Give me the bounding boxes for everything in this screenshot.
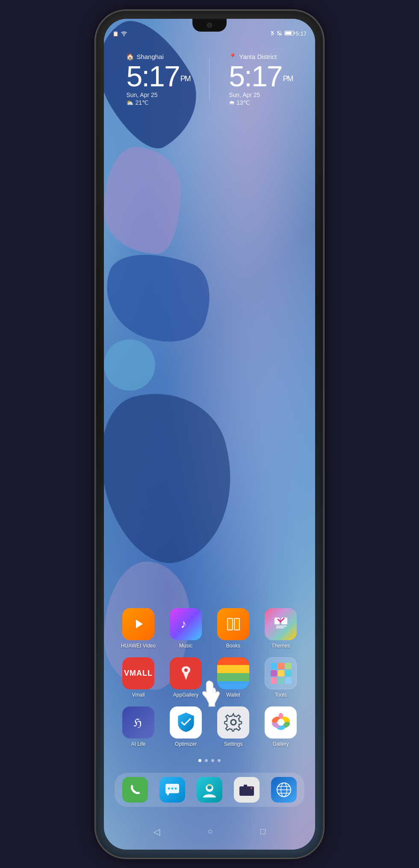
svg-point-34 [168,787,170,789]
battery-icon [284,30,294,37]
settings-label: Settings [224,741,242,747]
app-themes[interactable]: Themes [260,608,301,649]
ailife-icon: ℌ [122,706,154,739]
app-row-1: HUAWEI Video ♪ Music [115,608,304,649]
bell-mute-icon [277,30,282,36]
yanta-time: 5:17PM [229,62,292,91]
gallery-icon [265,706,297,739]
music-label: Music [179,643,192,649]
wallet-icon [217,657,249,689]
yanta-date: Sun, Apr 25 [229,91,260,98]
optimizer-icon [170,706,202,739]
books-label: Books [226,643,240,649]
time-display: 5:17 [296,30,307,37]
svg-rect-18 [285,670,292,677]
music-icon: ♪ [170,608,202,640]
svg-rect-6 [228,619,232,630]
dock [115,773,304,807]
svg-rect-13 [271,663,277,669]
status-left-icons: 📋 [112,31,127,37]
shanghai-temp: 21℃ [135,99,149,106]
app-huawei-video[interactable]: HUAWEI Video [118,608,159,649]
svg-rect-14 [278,663,284,669]
dock-messages[interactable] [159,777,185,803]
shanghai-home-icon: 🏠 [126,53,134,61]
app-vmall[interactable]: VMALL Vmall [118,657,159,698]
nav-recents-button[interactable]: □ [260,827,266,836]
yanta-weather: 🌧 13℃ [229,99,250,106]
page-dot-1 [198,759,201,762]
page-dots [104,759,315,762]
themes-label: Themes [271,643,290,649]
yanta-city-label: Yanta District [239,53,277,60]
vmall-text: VMALL [124,669,153,678]
dock-camera[interactable] [234,777,260,803]
svg-point-30 [277,719,284,726]
svg-rect-17 [278,670,284,677]
svg-point-42 [245,789,248,793]
appgallery-label: AppGallery [173,692,198,698]
svg-rect-19 [271,677,277,684]
app-books[interactable]: Books [213,608,254,649]
svg-text:♪: ♪ [180,617,186,630]
nav-home-button[interactable]: ○ [207,827,212,836]
vmall-label: Vmall [132,692,145,698]
svg-point-0 [124,35,124,36]
app-settings[interactable]: Settings [213,706,254,747]
vmall-icon: VMALL [122,657,154,689]
yanta-location-icon: 📍 [229,53,237,61]
shanghai-weather-icon: ⛅ [126,99,133,106]
bluetooth-icon [270,30,274,36]
notch [192,19,227,32]
dock-phone[interactable] [122,777,148,803]
clock-area: 🏠 Shanghai 5:17PM Sun, Apr 25 ⛅ 21℃ 📍 Ya… [104,44,315,115]
appgallery-icon [170,657,202,689]
gallery-label: Gallery [272,741,289,747]
app-gallery[interactable]: Gallery [260,706,301,747]
dock-browser[interactable] [271,777,297,803]
shanghai-weather: ⛅ 21℃ [126,99,149,106]
svg-rect-21 [285,677,292,684]
svg-rect-15 [285,663,292,669]
huawei-video-icon [122,608,154,640]
tools-icon [265,657,297,689]
phone-device: 📋 [96,11,323,857]
app-tools[interactable]: Tools [260,657,301,698]
themes-icon [265,608,297,640]
shanghai-date: Sun, Apr 25 [126,91,157,98]
app-optimizer[interactable]: Optimizer [165,706,206,747]
yanta-weather-icon: 🌧 [229,99,235,106]
svg-rect-43 [244,785,247,787]
clock-divider [209,58,210,101]
settings-icon [217,706,249,739]
wifi-icon [121,31,127,36]
clock-widget-yanta: 📍 Yanta District 5:17PM Sun, Apr 25 🌧 13… [229,53,292,106]
yanta-temp: 13℃ [236,99,250,106]
nav-back-button[interactable]: ◁ [153,827,160,837]
svg-rect-20 [278,677,284,684]
svg-point-12 [184,668,188,672]
wallet-label: Wallet [226,692,240,698]
optimizer-label: Optimizer [175,741,197,747]
dock-support[interactable] [197,777,222,803]
svg-rect-16 [271,670,277,677]
svg-point-44 [251,787,252,789]
svg-point-36 [175,787,177,789]
phone-screen: 📋 [104,19,315,850]
page-dot-3 [211,759,214,762]
huawei-video-label: HUAWEI Video [121,643,156,649]
shanghai-time: 5:17PM [126,62,190,91]
svg-point-35 [171,787,174,789]
nav-bar: ◁ ○ □ [104,822,315,841]
svg-marker-2 [136,620,143,628]
svg-point-23 [231,720,236,725]
tools-label: Tools [274,692,286,698]
hand-cursor [198,679,221,709]
page-dot-2 [205,759,208,762]
app-music[interactable]: ♪ Music [165,608,206,649]
svg-rect-7 [235,619,239,630]
front-camera [207,23,212,28]
svg-rect-8 [274,618,280,624]
books-icon [217,608,249,640]
app-ailife[interactable]: ℌ AI Life [118,706,159,747]
